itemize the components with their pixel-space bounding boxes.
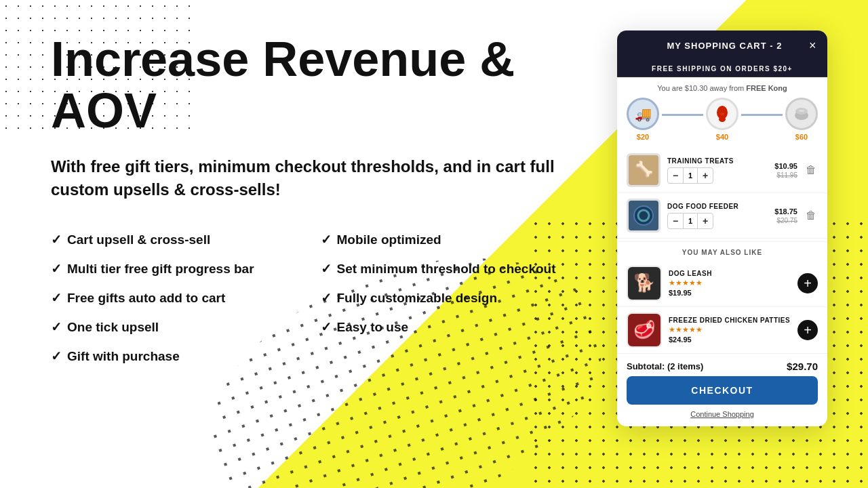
feature-label: Easy to use: [337, 320, 409, 335]
add-to-cart-button[interactable]: +: [797, 273, 818, 293]
feature-label: One tick upsell: [67, 320, 159, 335]
item-price: $18.75 $20.75: [774, 207, 797, 224]
qty-control: − 1 +: [667, 167, 713, 184]
item-name: DOG FOOD FEEDER: [667, 203, 768, 210]
feature-label: Fully customizable design: [337, 291, 498, 306]
svg-point-2: [720, 113, 724, 115]
feature-label: Gift with purchase: [67, 349, 180, 364]
item-name: TRAINING TREATS: [667, 157, 768, 165]
price-original: $11.95: [776, 171, 797, 179]
checkmark-icon: ✓: [51, 319, 62, 335]
rec-image: 🐕: [627, 266, 662, 301]
tier-circle-kong: [706, 98, 738, 130]
cart-item: DOG FOOD FEEDER − 1 + $18.75 $20.75 🗑: [617, 193, 827, 239]
rec-stars: ★★★★★: [669, 325, 791, 334]
item-image: 🦴: [627, 153, 660, 187]
delete-item-button[interactable]: 🗑: [804, 209, 818, 222]
feature-label: Multi tier free gift progress bar: [67, 262, 254, 277]
checkmark-icon: ✓: [321, 232, 332, 247]
checkmark-icon: ✓: [321, 261, 332, 277]
feature-label: Cart upsell & cross-sell: [67, 232, 210, 247]
item-info: DOG FOOD FEEDER − 1 +: [667, 203, 768, 229]
cart-title: MY SHOPPING CART - 2: [667, 41, 782, 51]
rec-info: DOG LEASH ★★★★★ $19.95: [669, 270, 791, 297]
main-title: Increase Revenue & AOV: [51, 34, 590, 136]
qty-decrease-button[interactable]: −: [668, 168, 683, 183]
checkout-button[interactable]: CHECKOUT: [627, 376, 818, 405]
qty-decrease-button[interactable]: −: [668, 214, 683, 228]
svg-text:🦴: 🦴: [635, 160, 654, 178]
item-price: $10.95 $11.95: [774, 162, 797, 179]
progress-section: You are $10.30 away from FREE Kong 🚚 $20…: [617, 77, 827, 145]
cart-item: 🦴 TRAINING TREATS − 1 + $10.95 $11.95 🗑: [617, 148, 827, 193]
checkmark-icon: ✓: [51, 348, 62, 364]
svg-text:🐕: 🐕: [633, 272, 656, 293]
rec-name: FREEZE DRIED CHICKEN PATTIES: [669, 317, 791, 324]
cart-header: MY SHOPPING CART - 2 ×: [617, 30, 827, 61]
tier-circle-bowl: [785, 98, 818, 130]
tier-label: $40: [716, 133, 728, 141]
qty-control: − 1 +: [667, 213, 713, 229]
rec-name: DOG LEASH: [669, 270, 791, 277]
svg-text:🥩: 🥩: [633, 319, 656, 340]
price-sale: $10.95: [774, 162, 797, 170]
feature-item: ✓ One tick upsell: [51, 312, 321, 342]
tier-connector: [662, 114, 703, 116]
tier-item: $40: [706, 98, 738, 141]
subtitle: With free gift tiers, minimum checkout t…: [51, 155, 590, 201]
checkmark-icon: ✓: [51, 261, 62, 277]
qty-value: 1: [683, 214, 698, 228]
cart-items: 🦴 TRAINING TREATS − 1 + $10.95 $11.95 🗑: [617, 145, 827, 241]
progress-tiers: 🚚 $20 $40 $60: [627, 98, 818, 141]
tier-circle-shipping: 🚚: [627, 98, 659, 130]
delete-item-button[interactable]: 🗑: [804, 164, 818, 176]
checkmark-icon: ✓: [51, 232, 62, 247]
cart-subtotal: Subtotal: (2 items) $29.70: [617, 354, 827, 376]
features-col2: ✓ Mobile optimized ✓ Set minimum thresho…: [321, 225, 591, 371]
item-info: TRAINING TREATS − 1 +: [667, 157, 768, 184]
features-col1: ✓ Cart upsell & cross-sell ✓ Multi tier …: [51, 225, 321, 371]
qty-increase-button[interactable]: +: [698, 168, 713, 183]
feature-label: Free gifts auto add to cart: [67, 291, 225, 306]
add-to-cart-button[interactable]: +: [797, 320, 818, 340]
recommendation-item: 🐕 DOG LEASH ★★★★★ $19.95 +: [617, 260, 827, 307]
checkmark-icon: ✓: [321, 290, 332, 306]
tier-connector: [741, 114, 783, 116]
feature-label: Mobile optimized: [337, 232, 441, 247]
tier-label: $20: [637, 133, 649, 141]
tier-item: 🚚 $20: [627, 98, 659, 141]
free-shipping-bar: FREE SHIPPING ON ORDERS $20+: [617, 61, 827, 77]
rec-image: 🥩: [627, 312, 662, 348]
price-original: $20.75: [776, 217, 797, 224]
feature-item: ✓ Free gifts auto add to cart: [51, 283, 321, 312]
feature-item: ✓ Set minimum threshold to checkout: [321, 254, 591, 283]
checkmark-icon: ✓: [321, 319, 332, 335]
feature-item: ✓ Fully customizable design: [321, 283, 591, 312]
feature-item: ✓ Multi tier free gift progress bar: [51, 254, 321, 283]
cart-widget: MY SHOPPING CART - 2 × FREE SHIPPING ON …: [617, 30, 827, 426]
feature-item: ✓ Gift with purchase: [51, 342, 321, 371]
progress-text: You are $10.30 away from FREE Kong: [627, 84, 818, 92]
feature-label: Set minimum threshold to checkout: [337, 262, 556, 277]
qty-value: 1: [683, 168, 698, 183]
close-icon[interactable]: ×: [809, 39, 816, 53]
feature-item: ✓ Mobile optimized: [321, 225, 591, 254]
subtotal-amount: $29.70: [787, 361, 818, 372]
price-sale: $18.75: [774, 207, 797, 216]
item-image: [627, 199, 660, 232]
rec-price: $19.95: [669, 289, 791, 297]
svg-rect-5: [799, 110, 804, 112]
rec-info: FREEZE DRIED CHICKEN PATTIES ★★★★★ $24.9…: [669, 317, 791, 344]
svg-point-9: [634, 206, 653, 225]
qty-increase-button[interactable]: +: [698, 214, 713, 228]
tier-label: $60: [795, 133, 808, 141]
left-panel: Increase Revenue & AOV With free gift ti…: [51, 27, 617, 371]
tier-item: $60: [785, 98, 818, 141]
subtotal-label: Subtotal: (2 items): [627, 361, 703, 371]
features-grid: ✓ Cart upsell & cross-sell ✓ Multi tier …: [51, 225, 590, 371]
rec-price: $24.95: [669, 336, 791, 344]
svg-point-1: [719, 117, 726, 122]
continue-shopping-link[interactable]: Continue Shopping: [617, 410, 827, 426]
recommendation-item: 🥩 FREEZE DRIED CHICKEN PATTIES ★★★★★ $24…: [617, 307, 827, 354]
feature-item: ✓ Cart upsell & cross-sell: [51, 225, 321, 254]
